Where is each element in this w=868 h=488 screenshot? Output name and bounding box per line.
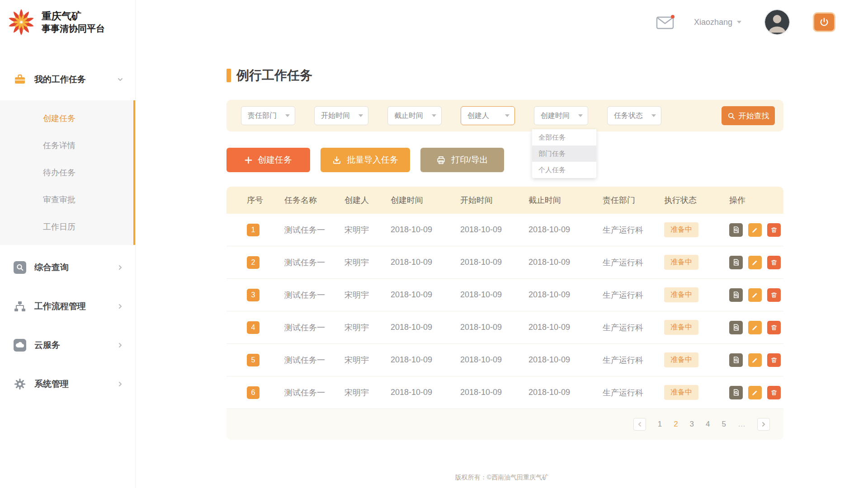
- copyright-footer: 版权所有：©西南油气田重庆气矿: [136, 474, 868, 482]
- column-header: 操作: [729, 195, 783, 206]
- sidebar-item-system[interactable]: 系统管理: [0, 370, 135, 399]
- delete-task-button[interactable]: [767, 353, 781, 367]
- sidebar-item-cloud[interactable]: 云服务: [0, 331, 135, 360]
- view-task-button[interactable]: [729, 223, 743, 237]
- chevron-down-icon: [505, 114, 509, 117]
- filter-select-label: 任务状态: [614, 111, 643, 121]
- filter-select[interactable]: 创建时间: [534, 106, 588, 125]
- page-number[interactable]: 5: [722, 420, 726, 429]
- main-content: 例行工作任务 责任部门 开始时间 截止时间 创建人 创建时间 任务状态 开始查找…: [136, 44, 868, 488]
- page-number[interactable]: 2: [674, 420, 678, 429]
- end-time-cell: 2018-10-09: [528, 388, 603, 397]
- delete-task-button[interactable]: [767, 386, 781, 399]
- created-time-cell: 2018-10-09: [391, 225, 460, 235]
- sidebar-nav: 我的工作任务 创建任务 任务详情 待办任务 审查审批 工作日历 综合查询: [0, 65, 135, 399]
- status-badge: 准备中: [664, 320, 698, 335]
- creator-cell: 宋明宇: [344, 290, 391, 300]
- filter-select-label: 创建人: [467, 111, 489, 121]
- submenu-item[interactable]: 任务详情: [0, 132, 133, 159]
- row-actions: [729, 321, 783, 334]
- user-menu[interactable]: Xiaozhang: [694, 18, 741, 27]
- edit-task-button[interactable]: [748, 353, 762, 367]
- filter-select[interactable]: 截止时间: [387, 106, 442, 125]
- column-header: 创建时间: [391, 195, 460, 206]
- view-task-button[interactable]: [729, 256, 743, 269]
- page-list: 12345…: [658, 420, 745, 429]
- sitemap-icon: [14, 300, 26, 313]
- creator-cell: 宋明宇: [344, 387, 391, 398]
- mail-icon[interactable]: [656, 14, 675, 30]
- page-title: 例行工作任务: [236, 67, 312, 84]
- table-row: 2 测试任务一 宋明宇 2018-10-09 2018-10-09 2018-1…: [226, 246, 783, 279]
- dropdown-option[interactable]: 个人任务: [532, 162, 596, 178]
- view-task-button[interactable]: [729, 288, 743, 302]
- filter-select[interactable]: 开始时间: [314, 106, 368, 125]
- view-task-button[interactable]: [729, 353, 743, 367]
- dropdown-option[interactable]: 全部任务: [532, 129, 596, 145]
- edit-task-button[interactable]: [748, 223, 762, 237]
- filter-select-label: 创建时间: [541, 111, 570, 121]
- task-name-cell: 测试任务一: [284, 322, 344, 333]
- notification-dot: [671, 15, 675, 19]
- status-badge: 准备中: [664, 287, 698, 302]
- chevron-down-icon: [359, 114, 363, 117]
- delete-task-button[interactable]: [767, 288, 781, 302]
- prev-page-button[interactable]: [633, 418, 646, 431]
- row-actions: [729, 353, 783, 367]
- chevron-right-icon: [117, 381, 123, 387]
- view-task-button[interactable]: [729, 386, 743, 399]
- print-export-button[interactable]: 打印/导出: [420, 148, 504, 172]
- dropdown-option-label: 个人任务: [538, 166, 566, 174]
- submenu-item[interactable]: 待办任务: [0, 159, 133, 186]
- edit-task-button[interactable]: [748, 288, 762, 302]
- column-header: 责任部门: [603, 195, 664, 206]
- status-badge: 准备中: [664, 385, 698, 400]
- search-button[interactable]: 开始查找: [722, 106, 775, 125]
- filter-select[interactable]: 创建人: [461, 106, 515, 125]
- page-number[interactable]: 1: [658, 420, 662, 429]
- plus-icon: [245, 156, 252, 164]
- page-number[interactable]: 3: [690, 420, 694, 429]
- row-actions: [729, 223, 783, 237]
- page-number[interactable]: 4: [706, 420, 710, 429]
- column-header: 序号: [247, 195, 284, 206]
- view-task-button[interactable]: [729, 321, 743, 334]
- submenu-item[interactable]: 创建任务: [0, 105, 133, 132]
- topbar: Xiaozhang: [136, 0, 868, 44]
- sidebar-item-label: 云服务: [34, 339, 117, 351]
- task-name-cell: 测试任务一: [284, 225, 344, 235]
- department-cell: 生产运行科: [603, 387, 664, 398]
- edit-task-button[interactable]: [748, 256, 762, 269]
- sidebar-sections: 综合查询 工作流程管理 云服务: [0, 253, 135, 399]
- avatar[interactable]: [765, 10, 789, 34]
- creator-cell: 宋明宇: [344, 257, 391, 268]
- batch-import-button[interactable]: 批量导入任务: [321, 148, 410, 172]
- sidebar-item-query[interactable]: 综合查询: [0, 253, 135, 282]
- row-number-badge: 4: [247, 321, 259, 334]
- delete-task-button[interactable]: [767, 321, 781, 334]
- sidebar-item-my-tasks[interactable]: 我的工作任务: [0, 65, 135, 94]
- table-body: 1 测试任务一 宋明宇 2018-10-09 2018-10-09 2018-1…: [226, 214, 783, 409]
- status-badge: 准备中: [664, 255, 698, 270]
- row-number-badge: 1: [247, 224, 259, 236]
- delete-task-button[interactable]: [767, 256, 781, 269]
- creator-cell: 宋明宇: [344, 225, 391, 235]
- sidebar-item-workflow[interactable]: 工作流程管理: [0, 292, 135, 321]
- submenu-item-label: 待办任务: [43, 168, 75, 177]
- creator-cell: 宋明宇: [344, 322, 391, 333]
- edit-task-button[interactable]: [748, 386, 762, 399]
- brand-line2: 事事清协同平台: [42, 23, 105, 34]
- cloud-icon: [14, 339, 26, 352]
- dropdown-option[interactable]: 部门任务: [532, 145, 596, 162]
- create-task-button[interactable]: 创建任务: [226, 148, 310, 172]
- brand-text: 重庆气矿 事事清协同平台: [42, 10, 105, 35]
- submenu-item[interactable]: 审查审批: [0, 186, 133, 213]
- logout-power-button[interactable]: [813, 12, 835, 32]
- delete-task-button[interactable]: [767, 223, 781, 237]
- next-page-button[interactable]: [757, 418, 770, 431]
- submenu-item[interactable]: 工作日历: [0, 213, 133, 240]
- filter-select[interactable]: 责任部门: [241, 106, 295, 125]
- filter-select[interactable]: 任务状态: [607, 106, 661, 125]
- edit-task-button[interactable]: [748, 321, 762, 334]
- page-title-row: 例行工作任务: [226, 67, 868, 84]
